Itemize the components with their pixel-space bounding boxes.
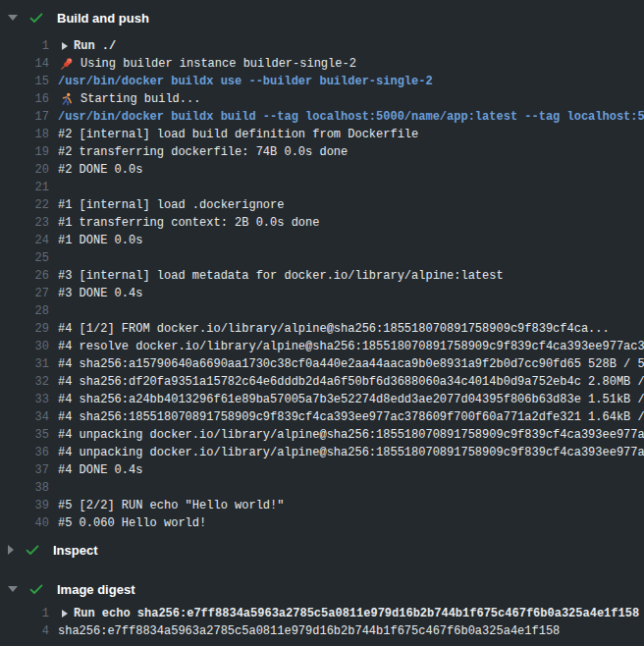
log-line: 23#1 transferring context: 2B 0.0s done xyxy=(0,214,644,232)
line-number[interactable]: 34 xyxy=(0,410,49,424)
line-number[interactable]: 32 xyxy=(0,375,49,389)
line-number[interactable]: 21 xyxy=(0,181,49,194)
log-line: 31#4 sha256:a15790640a6690aa1730c38cf0a4… xyxy=(0,355,644,373)
line-number[interactable]: 1 xyxy=(0,607,49,620)
line-number[interactable]: 30 xyxy=(0,340,49,353)
line-number[interactable]: 29 xyxy=(0,322,49,336)
log-lines: 1Run ./14Using builder instance builder-… xyxy=(0,37,644,532)
log-text: #4 sha256:df20fa9351a15782c64e6dddb2d4a6… xyxy=(58,375,644,389)
line-number[interactable]: 1 xyxy=(0,39,49,53)
section-header-build-and-push[interactable]: Build and push xyxy=(0,4,644,31)
line-number[interactable]: 36 xyxy=(0,446,49,459)
log-content: #5 [2/2] RUN echo "Hello world!" xyxy=(58,499,644,512)
log-line: 37#4 DONE 0.4s xyxy=(0,461,644,479)
log-content: #3 [internal] load metadata for docker.i… xyxy=(58,269,644,283)
log-line: 19#2 transferring dockerfile: 74B 0.0s d… xyxy=(0,143,644,161)
line-number[interactable]: 22 xyxy=(0,198,49,212)
log-content: Using builder instance builder-single-2 xyxy=(58,57,644,71)
line-number[interactable]: 19 xyxy=(0,145,49,159)
log-content: #4 unpacking docker.io/library/alpine@sh… xyxy=(58,446,644,459)
line-number[interactable]: 26 xyxy=(0,269,49,283)
pushpin-icon xyxy=(60,57,74,71)
log-content: #2 transferring dockerfile: 74B 0.0s don… xyxy=(58,145,644,159)
log-line: 40#5 0.060 Hello world! xyxy=(0,514,644,532)
line-number[interactable]: 27 xyxy=(0,287,49,300)
log-content: #4 unpacking docker.io/library/alpine@sh… xyxy=(58,428,644,442)
log-content: #4 sha256:a24bb4013296f61e89ba57005a7b3e… xyxy=(58,393,644,406)
log-content: #4 sha256:a15790640a6690aa1730c38cf0a440… xyxy=(58,357,644,371)
log-text: #2 DONE 0.0s xyxy=(58,163,142,177)
log-content: #3 DONE 0.4s xyxy=(58,287,644,300)
log-line: 32#4 sha256:df20fa9351a15782c64e6dddb2d4… xyxy=(0,373,644,391)
line-number[interactable]: 18 xyxy=(0,128,49,141)
check-success-icon xyxy=(28,581,44,597)
log-text: #5 0.060 Hello world! xyxy=(58,516,206,530)
log-line: 14Using builder instance builder-single-… xyxy=(0,55,644,73)
line-number[interactable]: 31 xyxy=(0,357,49,371)
log-text: #4 sha256:185518070891758909c9f839cf4ca3… xyxy=(58,410,644,424)
log-content: Starting build... xyxy=(58,92,644,106)
line-number[interactable]: 25 xyxy=(0,251,49,265)
log-text: #4 resolve docker.io/library/alpine@sha2… xyxy=(58,340,644,353)
line-number[interactable]: 37 xyxy=(0,463,49,477)
log-line: 25 xyxy=(0,249,644,267)
section-header-inspect[interactable]: Inspect xyxy=(0,536,644,564)
log-content: Run ./ xyxy=(58,39,644,53)
line-number[interactable]: 24 xyxy=(0,234,49,247)
log-text: #4 unpacking docker.io/library/alpine@sh… xyxy=(58,428,644,442)
line-number[interactable]: 14 xyxy=(0,57,49,71)
log-line: 18#2 [internal] load build definition fr… xyxy=(0,126,644,143)
log-content: #2 [internal] load build definition from… xyxy=(58,128,644,141)
line-number[interactable]: 39 xyxy=(0,499,49,512)
log-content: #1 [internal] load .dockerignore xyxy=(58,198,644,212)
line-number[interactable]: 16 xyxy=(0,92,49,106)
line-number[interactable]: 17 xyxy=(0,110,49,124)
log-section-build-and-push: Build and push1Run ./14Using builder ins… xyxy=(0,4,644,532)
log-line: 17/usr/bin/docker buildx build --tag loc… xyxy=(0,108,644,126)
log-line: 24#1 DONE 0.0s xyxy=(0,232,644,249)
log-text: Run ./ xyxy=(74,39,116,53)
line-number[interactable]: 40 xyxy=(0,516,49,530)
check-success-icon xyxy=(28,10,44,26)
log-text: #1 DONE 0.0s xyxy=(58,234,142,247)
log-content: #4 resolve docker.io/library/alpine@sha2… xyxy=(58,340,644,353)
log-content: /usr/bin/docker buildx use --builder bui… xyxy=(58,75,644,88)
log-text: #4 sha256:a24bb4013296f61e89ba57005a7b3e… xyxy=(58,393,644,406)
log-line: 28 xyxy=(0,302,644,320)
line-number[interactable]: 35 xyxy=(0,428,49,442)
log-line: 27#3 DONE 0.4s xyxy=(0,285,644,302)
log-line: 21 xyxy=(0,179,644,196)
log-text: #1 [internal] load .dockerignore xyxy=(58,198,284,212)
log-content: #4 [1/2] FROM docker.io/library/alpine@s… xyxy=(58,322,644,336)
log-lines: 1Run echo sha256:e7ff8834a5963a2785c5a08… xyxy=(0,605,644,640)
log-content: #4 sha256:df20fa9351a15782c64e6dddb2d4a6… xyxy=(58,375,644,389)
log-line: 16Starting build... xyxy=(0,90,644,108)
log-line: 35#4 unpacking docker.io/library/alpine@… xyxy=(0,426,644,444)
expand-run-icon[interactable] xyxy=(62,42,68,50)
section-title: Image digest xyxy=(57,582,134,597)
runner-icon xyxy=(60,92,74,106)
log-text: #4 sha256:a15790640a6690aa1730c38cf0a440… xyxy=(58,357,644,371)
log-line: 36#4 unpacking docker.io/library/alpine@… xyxy=(0,444,644,461)
log-content: #1 transferring context: 2B 0.0s done xyxy=(58,216,644,230)
line-number[interactable]: 28 xyxy=(0,304,49,318)
log-text: #4 [1/2] FROM docker.io/library/alpine@s… xyxy=(58,322,610,336)
line-number[interactable]: 20 xyxy=(0,163,49,177)
section-header-image-digest[interactable]: Image digest xyxy=(0,575,644,603)
line-number[interactable]: 38 xyxy=(0,481,49,495)
log-content: #4 DONE 0.4s xyxy=(58,463,644,477)
log-text: Starting build... xyxy=(80,92,200,106)
log-text: /usr/bin/docker buildx build --tag local… xyxy=(58,110,644,124)
chevron-down-icon[interactable] xyxy=(8,15,18,21)
line-number[interactable]: 23 xyxy=(0,216,49,230)
line-number[interactable]: 15 xyxy=(0,75,49,88)
chevron-down-icon[interactable] xyxy=(8,586,18,592)
line-number[interactable]: 4 xyxy=(0,624,49,638)
actions-log-viewer: Build and push1Run ./14Using builder ins… xyxy=(0,4,644,640)
check-success-icon xyxy=(25,542,40,558)
log-content: sha256:e7ff8834a5963a2785c5a0811e979d16b… xyxy=(58,624,644,638)
expand-run-icon[interactable] xyxy=(62,610,68,618)
log-line: 1Run ./ xyxy=(0,37,644,55)
line-number[interactable]: 33 xyxy=(0,393,49,406)
chevron-right-icon[interactable] xyxy=(8,545,14,555)
